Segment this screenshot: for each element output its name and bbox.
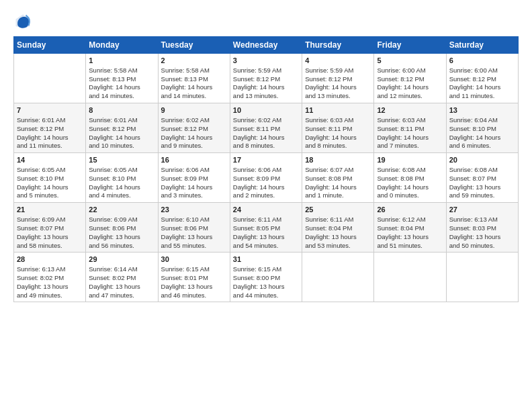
day-number: 7 — [17, 105, 83, 116]
day-number: 12 — [377, 105, 443, 116]
day-info-line: Sunrise: 6:15 AM — [233, 265, 299, 274]
cell-content: 1Sunrise: 5:58 AMSunset: 8:13 PMDaylight… — [89, 56, 154, 101]
day-number: 16 — [161, 155, 227, 165]
day-info-line: and 55 minutes. — [161, 242, 227, 250]
day-info-line: Sunrise: 6:08 AM — [377, 166, 443, 175]
day-info-line: and 13 minutes. — [233, 92, 299, 101]
calendar-cell: 1Sunrise: 5:58 AMSunset: 8:13 PMDaylight… — [86, 54, 158, 103]
cell-content: 28Sunrise: 6:13 AMSunset: 8:02 PMDayligh… — [17, 255, 83, 300]
day-info-line: Sunrise: 5:59 AM — [305, 66, 371, 75]
day-info-line: Sunset: 8:08 PM — [305, 175, 371, 183]
day-info-line: Sunset: 8:11 PM — [377, 125, 443, 134]
day-info-line: Sunset: 8:01 PM — [161, 274, 227, 283]
day-info-line: Sunset: 8:02 PM — [17, 274, 83, 283]
week-row-3: 14Sunrise: 6:05 AMSunset: 8:10 PMDayligh… — [14, 153, 519, 203]
day-number: 29 — [89, 255, 154, 265]
day-number: 19 — [377, 155, 443, 165]
day-info-line: Sunrise: 6:01 AM — [17, 116, 83, 125]
day-info-line: Daylight: 13 hours — [233, 283, 299, 291]
cell-content: 19Sunrise: 6:08 AMSunset: 8:08 PMDayligh… — [377, 155, 443, 200]
day-info-line: and 51 minutes. — [377, 242, 443, 250]
day-info-line: Daylight: 14 hours — [89, 134, 154, 142]
day-info-line: Sunset: 8:02 PM — [89, 274, 154, 283]
day-info-line: Sunrise: 6:15 AM — [161, 265, 227, 274]
cell-content: 13Sunrise: 6:04 AMSunset: 8:10 PMDayligh… — [449, 105, 515, 150]
calendar-cell: 9Sunrise: 6:02 AMSunset: 8:12 PMDaylight… — [158, 103, 230, 153]
day-info-line: Sunset: 8:06 PM — [161, 224, 227, 233]
cell-content: 29Sunrise: 6:14 AMSunset: 8:02 PMDayligh… — [89, 255, 154, 300]
day-info-line: Sunrise: 6:08 AM — [449, 166, 515, 175]
day-info-line: Daylight: 14 hours — [233, 83, 299, 92]
day-info-line: and 2 minutes. — [233, 191, 299, 200]
cell-content: 23Sunrise: 6:10 AMSunset: 8:06 PMDayligh… — [161, 205, 227, 250]
calendar-cell: 23Sunrise: 6:10 AMSunset: 8:06 PMDayligh… — [158, 203, 230, 253]
calendar-cell: 15Sunrise: 6:05 AMSunset: 8:10 PMDayligh… — [86, 153, 158, 203]
day-info-line: Daylight: 14 hours — [377, 83, 443, 92]
cell-content: 15Sunrise: 6:05 AMSunset: 8:10 PMDayligh… — [89, 155, 154, 200]
day-info-line: Sunset: 8:11 PM — [233, 125, 299, 134]
day-info-line: and 14 minutes. — [89, 92, 154, 101]
day-info-line: Sunrise: 6:10 AM — [161, 216, 227, 224]
calendar-cell: 13Sunrise: 6:04 AMSunset: 8:10 PMDayligh… — [446, 103, 518, 153]
cell-content: 10Sunrise: 6:02 AMSunset: 8:11 PMDayligh… — [233, 105, 299, 150]
day-number: 18 — [305, 155, 371, 165]
day-info-line: Sunset: 8:10 PM — [89, 175, 154, 183]
day-info-line: Sunrise: 6:06 AM — [233, 166, 299, 175]
day-info-line: Daylight: 13 hours — [449, 233, 515, 242]
day-number: 31 — [233, 255, 299, 265]
day-info-line: Sunrise: 6:13 AM — [449, 216, 515, 224]
day-info-line: Sunrise: 6:05 AM — [17, 166, 83, 175]
day-info-line: Sunset: 8:13 PM — [161, 75, 227, 84]
day-info-line: Sunset: 8:09 PM — [233, 175, 299, 183]
day-info-line: Sunset: 8:05 PM — [233, 224, 299, 233]
day-number: 9 — [161, 105, 227, 116]
day-info-line: Sunset: 8:12 PM — [377, 75, 443, 84]
weekday-tuesday: Tuesday — [158, 37, 230, 54]
cell-content: 24Sunrise: 6:11 AMSunset: 8:05 PMDayligh… — [233, 205, 299, 250]
day-info-line: Sunset: 8:12 PM — [89, 125, 154, 134]
day-number: 28 — [17, 255, 83, 265]
week-row-2: 7Sunrise: 6:01 AMSunset: 8:12 PMDaylight… — [14, 103, 519, 153]
header — [13, 12, 519, 31]
day-info-line: Sunset: 8:12 PM — [161, 125, 227, 134]
calendar-cell: 7Sunrise: 6:01 AMSunset: 8:12 PMDaylight… — [14, 103, 86, 153]
calendar-cell: 5Sunrise: 6:00 AMSunset: 8:12 PMDaylight… — [374, 54, 446, 103]
day-info-line: Daylight: 14 hours — [161, 83, 227, 92]
day-info-line: and 53 minutes. — [305, 242, 371, 250]
day-info-line: Daylight: 13 hours — [161, 233, 227, 242]
week-row-1: 1Sunrise: 5:58 AMSunset: 8:13 PMDaylight… — [14, 54, 519, 103]
day-info-line: Daylight: 14 hours — [17, 183, 83, 192]
day-info-line: Sunset: 8:04 PM — [377, 224, 443, 233]
calendar-cell: 20Sunrise: 6:08 AMSunset: 8:07 PMDayligh… — [446, 153, 518, 203]
day-info-line: Sunrise: 6:00 AM — [377, 66, 443, 75]
day-info-line: Sunset: 8:13 PM — [89, 75, 154, 84]
day-info-line: Sunset: 8:12 PM — [233, 75, 299, 84]
calendar-cell: 3Sunrise: 5:59 AMSunset: 8:12 PMDaylight… — [230, 54, 302, 103]
day-info-line: Sunset: 8:07 PM — [17, 224, 83, 233]
cell-content: 30Sunrise: 6:15 AMSunset: 8:01 PMDayligh… — [161, 255, 227, 300]
calendar-cell: 11Sunrise: 6:03 AMSunset: 8:11 PMDayligh… — [302, 103, 374, 153]
calendar-cell: 28Sunrise: 6:13 AMSunset: 8:02 PMDayligh… — [14, 253, 86, 302]
calendar-cell: 14Sunrise: 6:05 AMSunset: 8:10 PMDayligh… — [14, 153, 86, 203]
day-info-line: Sunrise: 5:58 AM — [89, 66, 154, 75]
day-info-line: Sunset: 8:10 PM — [449, 125, 515, 134]
day-info-line: Sunset: 8:10 PM — [17, 175, 83, 183]
day-number: 6 — [449, 56, 515, 66]
calendar-cell: 30Sunrise: 6:15 AMSunset: 8:01 PMDayligh… — [158, 253, 230, 302]
cell-content: 25Sunrise: 6:11 AMSunset: 8:04 PMDayligh… — [305, 205, 371, 250]
day-info-line: and 46 minutes. — [161, 291, 227, 300]
cell-content: 4Sunrise: 5:59 AMSunset: 8:12 PMDaylight… — [305, 56, 371, 101]
day-number: 27 — [449, 205, 515, 215]
weekday-monday: Monday — [86, 37, 158, 54]
week-row-4: 21Sunrise: 6:09 AMSunset: 8:07 PMDayligh… — [14, 203, 519, 253]
cell-content: 3Sunrise: 5:59 AMSunset: 8:12 PMDaylight… — [233, 56, 299, 101]
day-info-line: Sunrise: 5:59 AM — [233, 66, 299, 75]
day-info-line: and 58 minutes. — [17, 242, 83, 250]
day-info-line: Daylight: 14 hours — [233, 134, 299, 142]
day-number: 26 — [377, 205, 443, 215]
day-info-line: Daylight: 14 hours — [305, 134, 371, 142]
calendar-cell: 16Sunrise: 6:06 AMSunset: 8:09 PMDayligh… — [158, 153, 230, 203]
day-info-line: Daylight: 13 hours — [17, 233, 83, 242]
day-info-line: Daylight: 14 hours — [233, 183, 299, 192]
calendar-cell: 25Sunrise: 6:11 AMSunset: 8:04 PMDayligh… — [302, 203, 374, 253]
